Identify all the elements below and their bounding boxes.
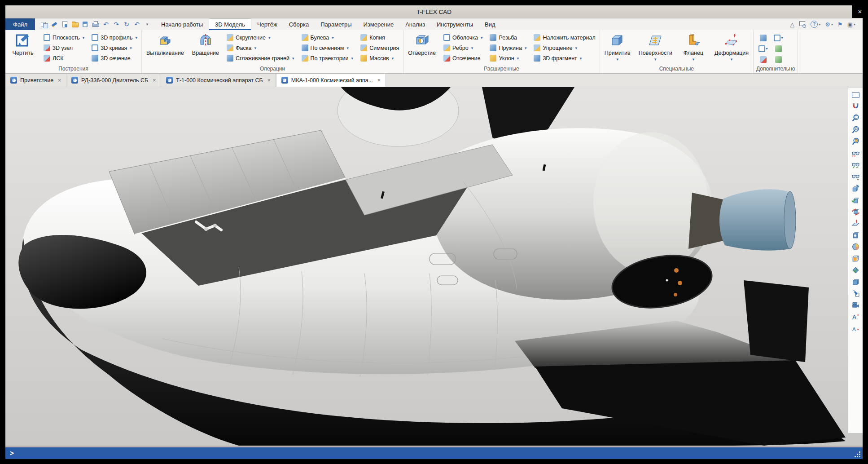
camera-icon[interactable] [850,300,861,310]
boolean-button[interactable]: Булева▾ [300,33,355,42]
face-blend-button[interactable]: Сглаживание граней▾ [225,53,296,63]
command-prompt[interactable]: > [5,449,14,457]
symmetry-button[interactable]: Симметрия [359,43,400,53]
shell-button[interactable]: Оболочка▾ [442,33,484,42]
chamfer-button[interactable]: Фаска▾ [225,43,296,53]
workplane-up-icon[interactable] [850,218,861,229]
print-icon[interactable] [92,21,99,28]
doc-tab-t-1-000[interactable]: Т-1-000 Космический аппарат СБ × [161,74,276,87]
tab-tools[interactable]: Инструменты [431,18,479,30]
flange-button[interactable]: Фланец ▾ [679,31,708,65]
zoom-page-icon[interactable] [850,113,861,124]
transform-button[interactable] [756,54,770,65]
undo-history-icon[interactable]: ↶ [133,21,140,28]
model-blocks-button[interactable] [756,32,770,43]
revolve-button[interactable]: Вращение [190,31,221,65]
tab-getting-started[interactable]: Начало работы [155,18,209,30]
draft-icon [490,55,496,62]
regenerate-icon[interactable] [850,183,861,194]
fillet-button[interactable]: Скругление▾ [225,33,296,42]
clone-button[interactable] [772,54,785,65]
new-window-icon[interactable] [40,21,48,28]
collapse-ribbon-icon[interactable]: △ [790,21,794,28]
check-model-icon[interactable] [850,265,861,275]
workplane-button[interactable]: Плоскость▾ [42,33,86,42]
3d-profile-button[interactable]: 3D профиль▾ [90,33,139,42]
tab-view[interactable]: Вид [479,18,501,30]
draw-button[interactable]: Чертить [8,31,38,65]
doc-tab-rd-336-000[interactable]: РД-336-000 Двигатель СБ × [66,74,161,87]
render-icon[interactable] [850,230,861,240]
attach-button[interactable]: ▾ [772,32,785,43]
close-tab-icon[interactable]: × [58,77,61,84]
trim-button[interactable]: Отсечение [442,53,484,63]
file-menu-button[interactable]: Файл [5,18,35,30]
apply-material-button[interactable]: Наложить материал [532,33,596,42]
thread-button[interactable]: Резьба [488,33,528,42]
tab-parameters[interactable]: Параметры [315,18,357,30]
rotate-view-icon[interactable] [850,207,861,217]
magnet-icon[interactable] [850,102,861,112]
3d-node-button[interactable]: 3D узел [42,43,86,53]
tab-assembly[interactable]: Сборка [283,18,315,30]
close-tab-icon[interactable]: × [377,77,381,84]
surfaces-button[interactable]: Поверхности ▾ [637,31,674,65]
decrease-text-icon[interactable]: A [850,323,861,334]
3d-fragment-button[interactable]: 3D фрагмент▾ [532,53,596,63]
close-tab-icon[interactable]: × [267,77,271,84]
3d-curve-button[interactable]: 3D кривая▾ [90,43,139,53]
drawing-view-icon[interactable] [850,90,861,100]
open-folder-icon[interactable] [71,21,79,28]
3d-viewport[interactable]: A A [5,87,863,446]
flag-icon[interactable]: ⚑ [837,21,843,28]
regenerate-check-icon[interactable] [850,195,861,205]
zoom-window-icon[interactable] [850,137,861,147]
close-tab-icon[interactable]: × [153,77,156,84]
primitive-button[interactable]: Примитив ▾ [603,31,632,65]
resize-grip-icon[interactable] [854,451,861,458]
array-button[interactable]: Массив▾ [359,53,400,63]
draft-button[interactable]: Уклон▾ [488,53,528,63]
settings-gear-icon[interactable]: ⚙▾ [825,21,833,28]
calculator-button[interactable] [772,43,785,54]
doc-tab-welcome[interactable]: Приветствие × [5,74,66,87]
help-icon[interactable]: ▾ [811,21,820,28]
qat-more-icon[interactable]: ▾ [144,21,151,28]
rib-button[interactable]: Ребро▾ [442,43,484,53]
simplify-button[interactable]: Упрощение▾ [532,43,596,53]
sketch-icon[interactable] [51,21,58,28]
hole-button[interactable]: Отверстие [406,31,438,65]
spring-button[interactable]: Пружина▾ [488,43,528,53]
redo-icon[interactable]: ↷ [113,21,120,28]
solid-view-icon[interactable] [850,277,861,287]
section-view-icon[interactable] [850,242,861,252]
search-window-icon[interactable] [799,21,806,28]
material-face-icon[interactable] [850,253,861,264]
save-icon[interactable] [82,21,89,28]
new-document-icon[interactable] [61,21,68,28]
zoom-all-icon[interactable] [850,125,861,135]
3d-section-button[interactable]: 3D сечение [90,53,139,63]
copy-button[interactable]: Копия [359,33,400,42]
dimension-button[interactable]: ▾ [756,43,770,54]
extrude-button[interactable]: Выталкивание [145,31,186,65]
display-mode-icon[interactable] [850,172,861,182]
sweep-button[interactable]: По траектории▾ [300,53,355,63]
tab-analysis[interactable]: Анализ [399,18,431,30]
undo-icon[interactable]: ↶ [102,21,110,28]
deformation-button[interactable]: Деформация ▾ [713,31,750,65]
rib-icon [443,44,450,51]
tab-measure[interactable]: Измерение [358,18,400,30]
tab-3d-model[interactable]: 3D Модель [209,18,251,30]
doc-tab-mka-1-000[interactable]: МКА-1-000 Космический аппа... × [276,74,386,87]
show-edges-icon[interactable] [850,160,861,170]
window-close-button[interactable]: × [852,4,868,18]
loft-button[interactable]: По сечениям▾ [300,43,355,53]
local-cs-button[interactable]: ЛСК [42,53,86,63]
increase-text-icon[interactable]: A [850,312,861,322]
hide-elements-icon[interactable] [850,148,861,159]
tab-drawing[interactable]: Чертёж [251,18,283,30]
model-settings-icon[interactable] [850,288,861,299]
window-layout-icon[interactable]: ▣▾ [847,21,855,28]
refresh-icon[interactable]: ↻ [123,21,130,28]
